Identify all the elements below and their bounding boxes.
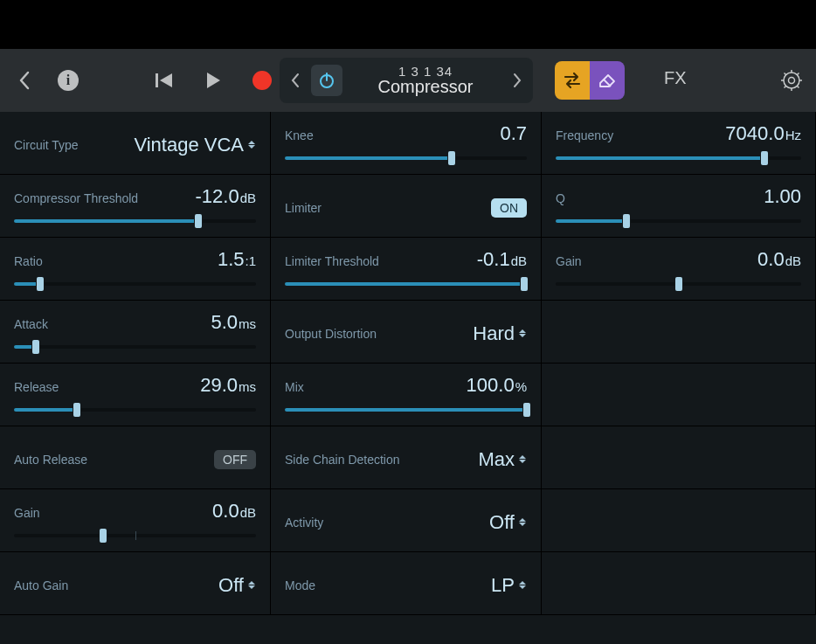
limiter-cell[interactable]: Limiter ON [271, 175, 542, 238]
svg-line-3 [604, 80, 611, 87]
frequency-slider[interactable] [556, 149, 801, 168]
toolbar: i 1 3 1 34 Compressor [0, 49, 816, 112]
threshold-slider[interactable] [14, 211, 256, 231]
next-plugin-button[interactable] [508, 73, 526, 88]
release-slider[interactable] [14, 400, 256, 419]
record-icon [252, 71, 272, 90]
frequency-cell[interactable]: Frequency7040.0Hz [542, 112, 816, 175]
skip-back-button[interactable] [152, 68, 176, 93]
attack-cell[interactable]: Attack5.0ms [0, 301, 271, 364]
auto-gain-cell[interactable]: Auto Gain Off [0, 552, 271, 615]
empty-cell [542, 364, 816, 426]
gain-cell[interactable]: Gain0.0dB [0, 489, 271, 552]
circuit-type-label: Circuit Type [14, 138, 79, 152]
power-button[interactable] [311, 65, 342, 96]
mix-slider[interactable] [285, 400, 527, 419]
record-button[interactable] [250, 68, 274, 93]
empty-cell [542, 489, 816, 552]
auto-release-cell[interactable]: Auto Release OFF [0, 426, 271, 489]
knee-cell[interactable]: Knee0.7 [271, 112, 542, 175]
svg-point-4 [784, 73, 799, 88]
compare-a-button[interactable] [555, 61, 590, 100]
limiter-threshold-slider[interactable] [285, 274, 527, 294]
fx-button[interactable]: FX [664, 68, 687, 88]
plugin-header: 1 3 1 34 Compressor [280, 58, 533, 103]
svg-point-5 [789, 78, 795, 84]
play-button[interactable] [201, 68, 225, 93]
circuit-type-cell[interactable]: Circuit Type Vintage VCA [0, 112, 271, 175]
svg-rect-0 [156, 73, 158, 87]
chevron-updown-icon [518, 516, 527, 530]
chevron-updown-icon [518, 578, 527, 592]
auto-release-toggle[interactable]: OFF [214, 450, 256, 469]
back-button[interactable] [12, 68, 37, 93]
swap-icon [562, 72, 583, 89]
threshold-cell[interactable]: Compressor Threshold-12.0dB [0, 175, 271, 238]
parameter-grid: Circuit Type Vintage VCA Knee0.7 Frequen… [0, 112, 816, 644]
plugin-title-block[interactable]: 1 3 1 34 Compressor [348, 64, 503, 97]
limiter-toggle[interactable]: ON [491, 198, 527, 218]
sc-detection-cell[interactable]: Side Chain Detection Max [271, 426, 542, 489]
plugin-name: Compressor [348, 77, 503, 97]
prev-plugin-button[interactable] [287, 73, 304, 88]
mode-cell[interactable]: Mode LP [271, 552, 542, 615]
empty-cell [542, 301, 816, 364]
compare-tools [555, 61, 625, 100]
svg-line-13 [785, 87, 786, 88]
ratio-cell[interactable]: Ratio1.5:1 [0, 238, 271, 301]
compare-b-button[interactable] [590, 61, 625, 100]
gain-slider[interactable] [14, 526, 256, 545]
gear-icon [780, 69, 803, 92]
sc-gain-cell[interactable]: Gain0.0dB [542, 238, 816, 301]
release-cell[interactable]: Release29.0ms [0, 364, 271, 426]
chevron-updown-icon [247, 138, 256, 152]
sc-gain-slider[interactable] [556, 274, 801, 294]
ratio-slider[interactable] [14, 274, 256, 294]
info-button[interactable]: i [58, 70, 79, 91]
knee-slider[interactable] [285, 149, 527, 168]
limiter-threshold-cell[interactable]: Limiter Threshold-0.1dB [271, 238, 542, 301]
q-slider[interactable] [556, 211, 801, 231]
attack-slider[interactable] [14, 337, 256, 357]
svg-line-11 [798, 87, 799, 88]
title-bar-black [0, 0, 816, 49]
q-cell[interactable]: Q1.00 [542, 175, 816, 238]
empty-cell [542, 426, 816, 489]
empty-cell [542, 552, 816, 615]
chevron-updown-icon [518, 453, 527, 467]
mix-cell[interactable]: Mix100.0% [271, 364, 542, 426]
activity-cell[interactable]: Activity Off [271, 489, 542, 552]
circuit-type-value: Vintage VCA [134, 134, 256, 156]
chevron-updown-icon [518, 327, 527, 341]
svg-line-10 [785, 73, 786, 75]
svg-line-12 [798, 73, 799, 75]
distortion-cell[interactable]: Output Distortion Hard [271, 301, 542, 364]
erase-icon [598, 72, 617, 89]
chevron-updown-icon [247, 578, 256, 592]
settings-button[interactable] [779, 68, 804, 93]
